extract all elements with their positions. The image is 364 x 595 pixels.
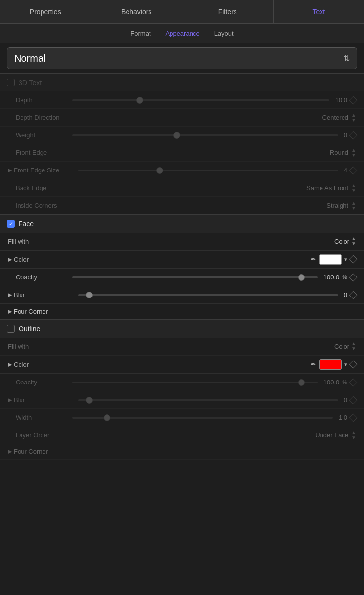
checkbox-face[interactable] bbox=[7, 220, 15, 228]
top-tab-bar: Properties Behaviors Filters Text bbox=[0, 0, 364, 24]
subtab-format[interactable]: Format bbox=[130, 30, 150, 37]
prop-label-weight: Weight bbox=[8, 131, 66, 139]
expand-outline-color[interactable]: ▶ bbox=[8, 361, 12, 368]
updown-inside-corners[interactable]: ▲▼ bbox=[351, 201, 356, 211]
prop-row-front-edge: Front Edge Round ▲▼ bbox=[0, 144, 364, 162]
expand-outline-blur[interactable]: ▶ bbox=[8, 397, 12, 403]
slider-outline-opacity[interactable] bbox=[72, 382, 318, 383]
expand-four-corner-outline[interactable]: ▶ bbox=[8, 448, 12, 455]
slider-depth[interactable] bbox=[72, 99, 329, 101]
slider-thumb-weight bbox=[173, 132, 180, 139]
section-3d-label: 3D Text bbox=[19, 79, 42, 86]
expand-four-corner-face[interactable]: ▶ bbox=[8, 308, 12, 315]
updown-depth-direction[interactable]: ▲▼ bbox=[351, 113, 356, 123]
caret-face-color[interactable]: ▾ bbox=[344, 256, 347, 263]
fill-with-face-label: Fill with bbox=[8, 238, 334, 245]
prop-row-front-edge-size: ▶ Front Edge Size 4 bbox=[0, 162, 364, 179]
diamond-outline-color[interactable] bbox=[349, 361, 358, 369]
prop-label-back-edge: Back Edge bbox=[8, 184, 66, 191]
prop-row-inside-corners: Inside Corners Straight ▲▼ bbox=[0, 197, 364, 214]
slider-thumb-face-opacity bbox=[298, 274, 305, 281]
prop-value-front-edge: Round ▲▼ bbox=[330, 148, 356, 158]
diamond-face-opacity[interactable] bbox=[349, 273, 358, 281]
caret-outline-color[interactable]: ▾ bbox=[344, 361, 347, 368]
prop-value-weight: 0 bbox=[344, 131, 356, 139]
slider-face-opacity[interactable] bbox=[72, 276, 318, 278]
tab-filters[interactable]: Filters bbox=[182, 0, 274, 23]
diamond-outline-width[interactable] bbox=[349, 413, 358, 422]
prop-row-face-color: ▶ Color ✒ ▾ bbox=[0, 251, 364, 269]
fill-with-outline-label: Fill with bbox=[8, 343, 334, 350]
four-corner-face-row[interactable]: ▶ Four Corner bbox=[0, 304, 364, 319]
section-outline-header: Outline bbox=[0, 320, 364, 338]
tab-behaviors[interactable]: Behaviors bbox=[91, 0, 183, 23]
prop-label-front-edge: Front Edge bbox=[8, 149, 66, 156]
prop-value-inside-corners: Straight ▲▼ bbox=[326, 201, 356, 211]
tab-text[interactable]: Text bbox=[274, 0, 364, 23]
updown-back-edge[interactable]: ▲▼ bbox=[351, 183, 356, 193]
slider-thumb-face-blur bbox=[86, 292, 93, 298]
updown-layer-order[interactable]: ▲▼ bbox=[351, 430, 356, 440]
sub-tab-bar: Format Appearance Layout bbox=[0, 24, 364, 43]
style-select[interactable]: Normal ⇅ bbox=[7, 47, 357, 69]
prop-label-face-blur: Blur bbox=[14, 291, 72, 298]
subtab-appearance[interactable]: Appearance bbox=[166, 30, 200, 37]
slider-outline-width[interactable] bbox=[72, 417, 333, 419]
expand-face-color[interactable]: ▶ bbox=[8, 256, 12, 263]
fill-with-face-value[interactable]: Color ▲▼ bbox=[334, 236, 356, 246]
prop-value-depth: 10.0 bbox=[335, 96, 356, 104]
updown-front-edge[interactable]: ▲▼ bbox=[351, 148, 356, 158]
updown-fill-face[interactable]: ▲▼ bbox=[351, 236, 356, 246]
diamond-outline-opacity[interactable] bbox=[349, 378, 358, 386]
prop-value-face-opacity: 100.0 % bbox=[323, 274, 356, 281]
fill-with-outline-row: Fill with Color ▲▼ bbox=[0, 338, 364, 356]
prop-label-inside-corners: Inside Corners bbox=[8, 202, 66, 209]
color-swatch-outline[interactable] bbox=[319, 359, 342, 370]
prop-value-depth-direction: Centered ▲▼ bbox=[322, 113, 356, 123]
slider-outline-blur[interactable] bbox=[78, 399, 338, 401]
slider-front-edge-size[interactable] bbox=[78, 170, 338, 171]
color-swatch-face[interactable] bbox=[319, 254, 342, 265]
prop-row-layer-order: Layer Order Under Face ▲▼ bbox=[0, 426, 364, 444]
prop-value-front-edge-size: 4 bbox=[344, 167, 356, 174]
prop-row-back-edge: Back Edge Same As Front ▲▼ bbox=[0, 179, 364, 197]
prop-label-front-edge-size: Front Edge Size bbox=[14, 167, 72, 174]
fill-with-outline-value[interactable]: Color ▲▼ bbox=[334, 341, 356, 351]
eyedropper-outline-color[interactable]: ✒ bbox=[310, 361, 316, 368]
four-corner-outline-row[interactable]: ▶ Four Corner bbox=[0, 444, 364, 460]
section-outline-label: Outline bbox=[19, 325, 40, 333]
expand-front-edge-size[interactable]: ▶ bbox=[8, 167, 12, 173]
slider-thumb-outline-width bbox=[104, 414, 110, 421]
diamond-depth[interactable] bbox=[349, 96, 358, 104]
slider-thumb-front-edge-size bbox=[156, 167, 163, 174]
four-corner-outline-label: Four Corner bbox=[14, 448, 48, 455]
slider-thumb-outline-blur bbox=[86, 397, 93, 404]
diamond-outline-blur[interactable] bbox=[349, 396, 358, 404]
prop-label-outline-color: Color bbox=[14, 361, 72, 368]
updown-fill-outline[interactable]: ▲▼ bbox=[351, 341, 356, 351]
style-select-value: Normal bbox=[14, 53, 45, 64]
diamond-weight[interactable] bbox=[349, 131, 358, 139]
slider-face-blur[interactable] bbox=[78, 294, 338, 296]
slider-weight[interactable] bbox=[72, 134, 338, 136]
slider-thumb-depth bbox=[136, 97, 143, 104]
checkbox-outline[interactable] bbox=[7, 325, 15, 333]
prop-label-outline-width: Width bbox=[8, 414, 66, 421]
prop-row-weight: Weight 0 bbox=[0, 127, 364, 144]
prop-value-outline-color: ✒ ▾ bbox=[310, 359, 356, 370]
section-face: Face Fill with Color ▲▼ ▶ Color ✒ ▾ Opac… bbox=[0, 215, 364, 320]
tab-properties[interactable]: Properties bbox=[0, 0, 91, 23]
diamond-face-color[interactable] bbox=[349, 255, 358, 264]
subtab-layout[interactable]: Layout bbox=[214, 30, 234, 37]
expand-face-blur[interactable]: ▶ bbox=[8, 292, 12, 298]
diamond-front-edge-size[interactable] bbox=[349, 166, 358, 174]
eyedropper-face-color[interactable]: ✒ bbox=[310, 255, 316, 263]
prop-value-outline-opacity: 100.0 % bbox=[323, 379, 356, 386]
fill-with-face-row: Fill with Color ▲▼ bbox=[0, 233, 364, 251]
diamond-face-blur[interactable] bbox=[349, 291, 358, 299]
prop-value-back-edge: Same As Front ▲▼ bbox=[306, 183, 356, 193]
checkbox-3d-text[interactable] bbox=[7, 79, 15, 86]
prop-label-depth: Depth bbox=[8, 96, 66, 104]
section-face-label: Face bbox=[19, 220, 34, 228]
prop-value-face-blur: 0 bbox=[344, 291, 356, 298]
